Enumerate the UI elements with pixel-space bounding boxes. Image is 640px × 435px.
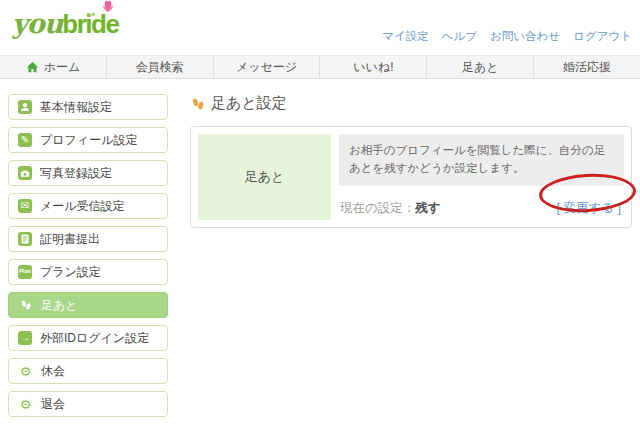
sidebar-item-label: 足あと <box>41 297 78 314</box>
setting-row-label: 足あと <box>198 134 331 220</box>
nav-tab-label: メッセージ <box>236 59 297 76</box>
butterfly-icon <box>86 6 96 24</box>
gear-icon: ⚙ <box>18 364 33 379</box>
header-link-my-settings[interactable]: マイ設定 <box>382 29 429 44</box>
certificate-icon <box>18 232 32 246</box>
nav-tab-label: いいね! <box>353 59 393 76</box>
footprint-setting-box: 足あと お相手のプロフィールを閲覧した際に、自分の足あとを残すかどうか設定します… <box>190 126 632 228</box>
global-nav: ホーム 会員検索 メッセージ いいね! 足あと 婚活応援 <box>0 55 640 79</box>
camera-icon <box>18 166 32 180</box>
nav-tab-label: ホーム <box>44 59 81 76</box>
sidebar-item-label: 退会 <box>41 396 65 413</box>
footprints-icon <box>190 96 206 112</box>
sidebar-item-external-id-login[interactable]: → 外部IDログイン設定 <box>8 325 168 351</box>
sidebar-item-label: プロフィール設定 <box>40 132 137 149</box>
current-setting-label: 現在の設定： <box>340 201 415 215</box>
current-setting: 現在の設定：残す <box>340 200 441 217</box>
nav-tab-label: 足あと <box>462 59 499 76</box>
plan-icon: Plan <box>18 265 32 279</box>
header: youbride マイ設定 ヘルプ お問い合わせ ログアウト <box>0 0 640 55</box>
sidebar-item-label: メール受信設定 <box>40 198 125 215</box>
sidebar-item-photo-settings[interactable]: 写真登録設定 <box>8 160 168 186</box>
header-link-logout[interactable]: ログアウト <box>573 29 632 44</box>
flower-icon <box>100 0 116 18</box>
external-login-icon: → <box>18 331 32 345</box>
home-icon <box>26 61 39 73</box>
nav-tab-footprints[interactable]: 足あと <box>427 56 534 78</box>
sidebar-item-certificate[interactable]: 証明書提出 <box>8 226 168 252</box>
current-setting-value: 残す <box>415 201 440 215</box>
content-layout: 基本情報設定 ✎ プロフィール設定 写真登録設定 ✉ メール受信設定 <box>0 79 640 424</box>
youbride-logo[interactable]: youbride <box>12 8 118 40</box>
sidebar-item-label: 写真登録設定 <box>40 165 112 182</box>
sidebar-item-label: 外部IDログイン設定 <box>40 330 149 347</box>
page-title: 足あと設定 <box>190 94 632 113</box>
nav-tab-marriage-support[interactable]: 婚活応援 <box>534 56 640 78</box>
sidebar-item-basic-info[interactable]: 基本情報設定 <box>8 94 168 120</box>
nav-tab-messages[interactable]: メッセージ <box>214 56 321 78</box>
footprints-icon <box>18 298 33 313</box>
sidebar-item-mail-settings[interactable]: ✉ メール受信設定 <box>8 193 168 219</box>
nav-tab-label: 会員検索 <box>136 59 184 76</box>
sidebar-item-label: 休会 <box>41 363 65 380</box>
sidebar-item-withdraw-membership[interactable]: ⚙ 退会 <box>8 391 168 417</box>
nav-tab-label: 婚活応援 <box>563 59 611 76</box>
gear-icon: ⚙ <box>18 397 33 412</box>
settings-sidebar: 基本情報設定 ✎ プロフィール設定 写真登録設定 ✉ メール受信設定 <box>8 94 168 424</box>
sidebar-item-label: 基本情報設定 <box>40 99 112 116</box>
header-links: マイ設定 ヘルプ お問い合わせ ログアウト <box>382 29 632 44</box>
current-setting-row: 現在の設定：残す [ 変更する ] <box>339 200 624 219</box>
sidebar-item-label: 証明書提出 <box>40 231 100 248</box>
sidebar-item-suspend-membership[interactable]: ⚙ 休会 <box>8 358 168 384</box>
sidebar-item-label: プラン設定 <box>40 264 101 281</box>
sidebar-item-profile-settings[interactable]: ✎ プロフィール設定 <box>8 127 168 153</box>
page: youbride マイ設定 ヘルプ お問い合わせ ログアウト ホーム 会員検索 … <box>0 0 640 435</box>
mail-icon: ✉ <box>18 199 32 213</box>
setting-description: お相手のプロフィールを閲覧した際に、自分の足あとを残すかどうか設定します。 <box>339 134 624 186</box>
sidebar-item-footprints[interactable]: 足あと <box>8 292 168 318</box>
change-setting-link[interactable]: [ 変更する ] <box>557 200 621 217</box>
nav-tab-member-search[interactable]: 会員検索 <box>107 56 214 78</box>
setting-row-body: お相手のプロフィールを閲覧した際に、自分の足あとを残すかどうか設定します。 現在… <box>339 134 624 220</box>
page-title-text: 足あと設定 <box>211 94 287 113</box>
person-icon <box>18 100 32 114</box>
nav-tab-likes[interactable]: いいね! <box>320 56 427 78</box>
header-link-help[interactable]: ヘルプ <box>442 29 477 44</box>
main-content: 足あと設定 足あと お相手のプロフィールを閲覧した際に、自分の足あとを残すかどう… <box>190 94 632 228</box>
header-link-contact[interactable]: お問い合わせ <box>490 29 560 44</box>
nav-tab-home[interactable]: ホーム <box>0 56 107 78</box>
sidebar-item-plan-settings[interactable]: Plan プラン設定 <box>8 259 168 285</box>
logo-you-text: you <box>12 8 62 39</box>
pencil-icon: ✎ <box>18 133 32 147</box>
